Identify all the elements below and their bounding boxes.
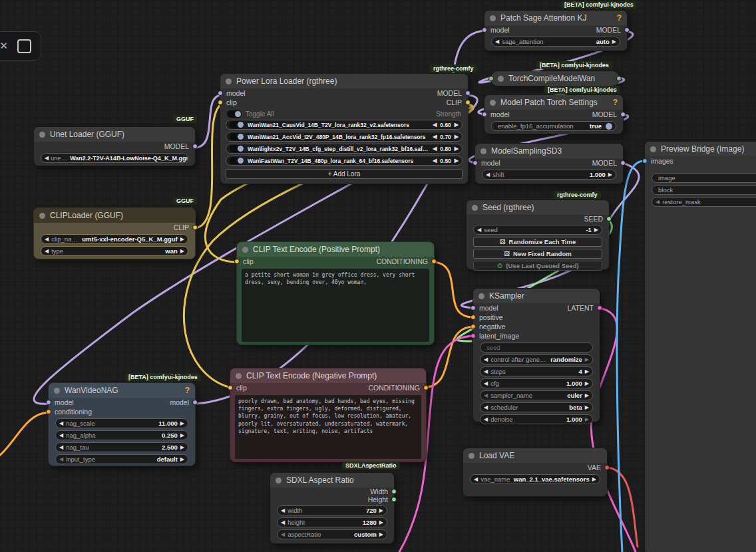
node-patch-sage-attention[interactable]: Patch Sage Attention KJ ? model MODEL ◀ … bbox=[484, 10, 628, 51]
collapsed-input-port[interactable] bbox=[488, 76, 494, 81]
randomize-each-time-button[interactable]: ⚄ Randomize Each Time bbox=[473, 237, 602, 247]
node-titlebar[interactable]: CLIPLoader (GGUF) bbox=[34, 208, 195, 223]
strength-increase-icon[interactable]: ▶ bbox=[455, 122, 459, 128]
strength-increase-icon[interactable]: ▶ bbox=[455, 158, 459, 164]
output-port-conditioning[interactable] bbox=[423, 385, 429, 390]
input-port-clip[interactable] bbox=[228, 385, 233, 390]
next-value-icon[interactable]: ▶ bbox=[585, 369, 589, 374]
prev-value-icon[interactable]: ◀ bbox=[484, 381, 488, 386]
collapse-dot-icon[interactable] bbox=[39, 132, 45, 138]
next-value-icon[interactable]: ▶ bbox=[585, 417, 589, 422]
output-port-clip[interactable] bbox=[192, 225, 198, 230]
node-load-vae[interactable]: Load VAE VAE ◀ vae_name wan_2.1_vae.safe… bbox=[463, 448, 608, 497]
output-port-height[interactable] bbox=[391, 497, 397, 502]
strength-decrease-icon[interactable]: ◀ bbox=[433, 122, 437, 128]
prev-value-icon[interactable]: ◀ bbox=[281, 520, 285, 525]
collapse-dot-icon[interactable] bbox=[498, 76, 504, 82]
node-titlebar[interactable]: Patch Sage Attention KJ ? bbox=[484, 11, 627, 25]
stop-icon[interactable] bbox=[17, 39, 31, 53]
widget-vae-name[interactable]: ◀ vae_name wan_2.1_vae.safetensors ▶ bbox=[470, 474, 600, 484]
input-port-model[interactable] bbox=[471, 305, 476, 311]
node-preview-bridge-image[interactable]: Preview Bridge (Image) images image bloc… bbox=[644, 141, 756, 552]
prev-value-icon[interactable]: ◀ bbox=[59, 457, 63, 462]
strength-decrease-icon[interactable]: ◀ bbox=[433, 146, 437, 152]
widget-control-after-generate[interactable]: ◀ control after generate randomize ▶ bbox=[480, 354, 593, 364]
node-titlebar[interactable]: KSampler bbox=[473, 289, 600, 303]
node-titlebar[interactable]: CLIP Text Encode (Positive Prompt) bbox=[237, 242, 434, 257]
lora-row[interactable]: Wan\FastWan_T2V_14B_480p_lora_rank_64_bf… bbox=[226, 156, 463, 166]
help-icon[interactable]: ? bbox=[185, 386, 190, 395]
input-port-clip[interactable] bbox=[218, 100, 223, 105]
collapse-dot-icon[interactable] bbox=[650, 146, 656, 152]
input-port-latent-image[interactable] bbox=[471, 333, 476, 339]
prev-value-icon[interactable]: ◀ bbox=[486, 172, 490, 178]
widget-type[interactable]: ◀ type wan ▶ bbox=[41, 246, 188, 256]
next-value-icon[interactable]: ▶ bbox=[585, 381, 589, 386]
input-port-model[interactable] bbox=[482, 112, 487, 117]
prev-value-icon[interactable]: ◀ bbox=[281, 532, 285, 537]
node-clip-text-encode-positive[interactable]: CLIP Text Encode (Positive Prompt) clip … bbox=[236, 241, 435, 345]
next-value-icon[interactable]: ▶ bbox=[612, 39, 616, 45]
node-titlebar[interactable]: SDXL Aspect Ratio bbox=[270, 473, 394, 487]
input-port-images[interactable] bbox=[642, 158, 648, 164]
collapse-dot-icon[interactable] bbox=[490, 100, 496, 106]
next-value-icon[interactable]: ▶ bbox=[379, 532, 383, 537]
collapse-dot-icon[interactable] bbox=[490, 15, 496, 21]
prev-value-icon[interactable]: ◀ bbox=[477, 227, 481, 233]
lora-toggle[interactable] bbox=[230, 133, 244, 140]
collapse-dot-icon[interactable] bbox=[478, 293, 484, 299]
node-clip-text-encode-negative[interactable]: CLIP Text Encode (Negative Prompt) clip … bbox=[230, 368, 427, 462]
widget-nag-tau[interactable]: ◀ nag_tau 2.500 ▶ bbox=[55, 442, 188, 452]
collapse-dot-icon[interactable] bbox=[236, 373, 242, 379]
node-titlebar[interactable]: Seed (rgthree) bbox=[467, 200, 609, 215]
prev-value-icon[interactable]: ◀ bbox=[59, 421, 63, 426]
lora-row[interactable]: Wan\Wan21_CausVid_14B_T2V_lora_rank32_v2… bbox=[226, 120, 463, 130]
collapse-dot-icon[interactable] bbox=[480, 148, 486, 154]
prev-value-icon[interactable]: ◀ bbox=[59, 445, 63, 450]
next-value-icon[interactable]: ▶ bbox=[180, 237, 184, 242]
widget-block[interactable]: block bbox=[652, 185, 756, 195]
widget-denoise[interactable]: ◀ denoise 1.000 ▶ bbox=[480, 414, 593, 424]
node-wan-video-nag[interactable]: WanVideoNAG ? model model conditioning ◀… bbox=[48, 382, 196, 466]
strength-decrease-icon[interactable]: ◀ bbox=[433, 158, 437, 164]
output-port-width[interactable] bbox=[391, 489, 397, 494]
output-port-model[interactable] bbox=[465, 90, 471, 96]
next-value-icon[interactable]: ▶ bbox=[585, 357, 589, 362]
prompt-textarea[interactable]: a petite short woman in grey office dres… bbox=[242, 269, 429, 342]
input-port-conditioning[interactable] bbox=[46, 409, 51, 414]
node-titlebar[interactable]: CLIP Text Encode (Negative Prompt) bbox=[230, 368, 426, 383]
close-icon[interactable]: ✕ bbox=[0, 40, 8, 52]
node-seed-rgthree[interactable]: Seed (rgthree) SEED ◀ seed -1 ▶ ⚄ Random… bbox=[466, 200, 610, 270]
collapse-dot-icon[interactable] bbox=[469, 453, 474, 459]
prev-value-icon[interactable]: ◀ bbox=[281, 508, 285, 513]
widget-cfg[interactable]: ◀ cfg 1.000 ▶ bbox=[480, 378, 593, 388]
widget-nag-scale[interactable]: ◀ nag_scale 11.000 ▶ bbox=[55, 418, 188, 428]
input-port-positive[interactable] bbox=[471, 315, 476, 320]
widget-clip-name[interactable]: ◀ clip_name umt5-xxl-encoder-Q5_K_M.gguf… bbox=[41, 234, 188, 244]
node-titlebar[interactable]: Power Lora Loader (rgthree) bbox=[220, 74, 468, 88]
widget-steps[interactable]: ◀ steps 4 ▶ bbox=[480, 366, 593, 376]
output-port-conditioning[interactable] bbox=[431, 259, 437, 264]
widget-input-type[interactable]: ◀ input_type default ▶ bbox=[55, 454, 188, 464]
output-port-seed[interactable] bbox=[606, 216, 612, 221]
input-port-model[interactable] bbox=[46, 400, 51, 405]
use-last-queued-seed-button[interactable]: ♻ (Use Last Queued Seed) bbox=[473, 261, 602, 271]
collapse-dot-icon[interactable] bbox=[54, 388, 60, 394]
prev-value-icon[interactable]: ◀ bbox=[474, 477, 478, 482]
widget-sage-attention[interactable]: ◀ sage_attention auto ▶ bbox=[491, 37, 620, 47]
input-port-negative[interactable] bbox=[471, 324, 476, 329]
prev-value-icon[interactable]: ◀ bbox=[484, 369, 488, 374]
output-port-latent[interactable] bbox=[597, 305, 602, 311]
widget-seed-converted[interactable]: seed bbox=[480, 343, 593, 352]
output-port-model[interactable] bbox=[192, 400, 198, 405]
node-titlebar[interactable]: TorchCompileModelWan bbox=[491, 71, 619, 86]
next-value-icon[interactable]: ▶ bbox=[180, 249, 184, 254]
next-value-icon[interactable]: ▶ bbox=[608, 172, 612, 178]
strength-increase-icon[interactable]: ▶ bbox=[455, 134, 459, 140]
node-titlebar[interactable]: Load VAE bbox=[463, 448, 607, 463]
node-titlebar[interactable]: Preview Bridge (Image) bbox=[645, 142, 756, 156]
node-unet-loader-gguf[interactable]: Unet Loader (GGUF) MODEL ◀ une ... Wan2.… bbox=[33, 126, 196, 166]
next-value-icon[interactable]: ▶ bbox=[594, 227, 598, 233]
prev-value-icon[interactable]: ◀ bbox=[484, 393, 488, 398]
next-value-icon[interactable]: ▶ bbox=[180, 421, 184, 426]
